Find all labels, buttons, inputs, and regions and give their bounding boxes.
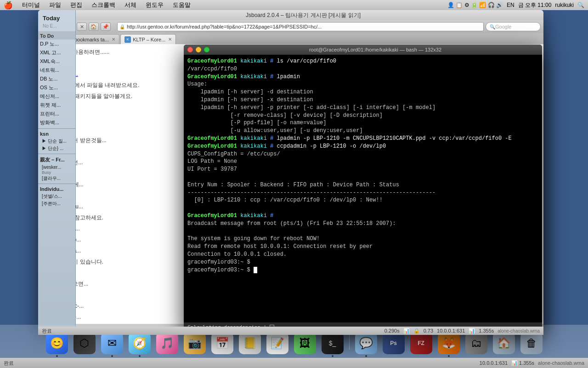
term-cmd-2: lpadmin bbox=[277, 74, 300, 80]
sidebar-indiv-item2[interactable]: [주른마... bbox=[38, 200, 75, 207]
term-line-4: GraceofmyLord01 kakikaki # ccpdadmin -p … bbox=[187, 143, 538, 150]
stop-button[interactable]: ✕ bbox=[77, 23, 87, 31]
menubar-help[interactable]: 도움말 bbox=[171, 1, 192, 9]
term-output-usage5: [-P ppd-file] [-o name=value] bbox=[187, 119, 538, 127]
terminal-window: root@GraceofmyLord01:/home/kakikaki — ba… bbox=[184, 45, 542, 332]
menubar-right: 👤 📋 ⚙ 🔋 📶 🎧 🔊 EN 금 오후 11:00 rukikuki 🔍 bbox=[447, 1, 584, 9]
term-host-4: kakikaki bbox=[240, 143, 267, 150]
terminal-body[interactable]: GraceofmyLord01 kakikaki # ls /var/ccpd/… bbox=[184, 55, 542, 322]
term-output-table-header: Entry Num : Spooler : Backend : FIFO pat… bbox=[187, 181, 538, 189]
audio-filename: alone-chaoslab.wma bbox=[498, 328, 540, 334]
browser-titlebar: Jsboard 2.0.4 – 팁/사용기 게시판 [게시물 읽기] bbox=[38, 10, 543, 20]
menubar-font[interactable]: 서체 bbox=[123, 1, 138, 9]
term-user-4: GraceofmyLord01 bbox=[187, 143, 237, 150]
tab-kltp[interactable]: K KLTP – Kore... ✕ bbox=[120, 34, 176, 44]
sidebar-friend-cloud[interactable]: [클라우... bbox=[38, 175, 75, 182]
home-button[interactable]: 🏠 bbox=[89, 23, 99, 31]
sidebar-item-widget[interactable]: 위젯 제... bbox=[38, 101, 75, 109]
search-bar[interactable]: 🔍 Google bbox=[486, 22, 541, 31]
menubar-edit[interactable]: 편집 bbox=[68, 1, 84, 9]
sidebar-group-ksn: ksn bbox=[38, 130, 75, 138]
textedit-icon: 📝 bbox=[271, 337, 284, 350]
search-icon[interactable]: 🔍 bbox=[577, 2, 584, 8]
sidebar-item-messenger[interactable]: 메신저... bbox=[38, 92, 75, 101]
sidebar-ksn-item2[interactable]: ▶ 단순} ... bbox=[38, 145, 75, 152]
terminal-minimize-button[interactable] bbox=[196, 47, 201, 52]
dock-dot-mail bbox=[111, 355, 113, 357]
sidebar-item-network[interactable]: 네트워... bbox=[38, 66, 75, 75]
sidebar-item-os[interactable]: OS 노... bbox=[38, 83, 75, 92]
sidebar-item-printer[interactable]: 프린터... bbox=[38, 109, 75, 118]
term-output-usage3: lpadmin [-h server] -p printer [-c add-c… bbox=[187, 104, 538, 112]
menubar: 🍎 터미널 파일 편집 스크롤백 서체 윈도우 도움말 👤 📋 ⚙ 🔋 📶 🎧 … bbox=[0, 0, 588, 10]
sidebar-ksn-item1[interactable]: ▶ 단순 질... bbox=[38, 138, 75, 145]
sidebar-item-xml2[interactable]: XML숙... bbox=[38, 57, 75, 66]
term-shell-prompt-1: graceofmylord03:~ $ bbox=[187, 259, 538, 266]
terminal-maximize-button[interactable] bbox=[204, 47, 209, 52]
term-output-usage4: [-r remove-class] [-v device] [-D descri… bbox=[187, 112, 538, 120]
ical-icon: 📅 bbox=[215, 337, 229, 350]
term-host-1: kakikaki bbox=[240, 58, 267, 64]
menubar-window[interactable]: 윈도우 bbox=[144, 1, 165, 9]
dashboard-icon: ⬡ bbox=[79, 337, 89, 350]
sidebar-item-xml1[interactable]: XML 고... bbox=[38, 48, 75, 57]
tab-close-kltp[interactable]: ✕ bbox=[168, 37, 172, 42]
os-status-right: 10.0.0.1:631 📊 1.355s alone-chaoslab.wma bbox=[480, 360, 584, 366]
terminal-icon: $_ bbox=[329, 339, 336, 347]
dock-dot-safari bbox=[139, 355, 141, 357]
sidebar-indiv-item1[interactable]: [셋별/스... bbox=[38, 193, 75, 200]
dock-dot-finder bbox=[56, 355, 58, 357]
menubar-scrollback[interactable]: 스크롤백 bbox=[90, 1, 117, 9]
os-status-item1: 10.0.0.1:631 bbox=[480, 360, 508, 366]
term-line-2: GraceofmyLord01 kakikaki # lpadmin bbox=[187, 73, 538, 81]
term-output-usage6: [-u allow:user,user] [-u deny:user,user] bbox=[187, 127, 538, 135]
term-output-separator: ----------------------------------------… bbox=[187, 189, 538, 197]
menubar-file[interactable]: 파일 bbox=[47, 1, 63, 9]
sidebar-item-firewall[interactable]: 방화벽... bbox=[38, 118, 75, 127]
term-output-blank2 bbox=[187, 204, 538, 212]
term-output-reboot: The system is going down for reboot NOW! bbox=[187, 235, 538, 243]
status-icon1: 📊 bbox=[403, 328, 410, 334]
term-line-5: GraceofmyLord01 kakikaki # bbox=[187, 212, 538, 220]
sidebar-item-dp[interactable]: D.P 노... bbox=[38, 44, 75, 48]
os-audio: alone-chaoslab.wma bbox=[538, 360, 584, 366]
term-cmd-1: ls /var/ccpd/fifo0 bbox=[277, 58, 336, 64]
term-output-log: LOG Path = None bbox=[187, 158, 538, 166]
tab-close-bookmarks[interactable]: ✕ bbox=[112, 37, 115, 42]
status-time1: 0.290s bbox=[384, 328, 400, 334]
sidebar-item-db[interactable]: DB 노... bbox=[38, 75, 75, 83]
preview-icon: 🖼 bbox=[300, 337, 311, 350]
term-cmd-4: ccpdadmin -p LBP-1210 -o /dev/lp0 bbox=[277, 143, 386, 150]
finder-icon: 😊 bbox=[50, 337, 64, 350]
os-status-text: 완료 bbox=[4, 360, 14, 367]
addressbook-icon: 📒 bbox=[243, 337, 257, 350]
home-folder-icon: 🏠 bbox=[497, 337, 511, 350]
term-line-1: GraceofmyLord01 kakikaki # ls /var/ccpd/… bbox=[187, 58, 538, 65]
term-output-ui: UI Port = 39787 bbox=[187, 166, 538, 173]
sidebar-group-individual: Individu... bbox=[38, 185, 75, 193]
itunes-icon: 🎵 bbox=[160, 337, 174, 350]
term-output-1: /var/ccpd/fifo0 bbox=[187, 65, 538, 73]
term-line-3: GraceofmyLord01 kakikaki # lpadmin -p LB… bbox=[187, 135, 538, 143]
terminal-titlebar: root@GraceofmyLord01:/home/kakikaki — ba… bbox=[184, 45, 542, 55]
terminal-close-button[interactable] bbox=[187, 47, 193, 52]
term-output-read: Read from remote host 10.0.0.1: Connecti… bbox=[187, 243, 538, 251]
status-icon2: 🔒 bbox=[413, 328, 420, 334]
sidebar-friend-wesker[interactable]: [wesker... bbox=[38, 164, 75, 170]
term-user-2: GraceofmyLord01 bbox=[187, 74, 237, 80]
bookmark-button[interactable]: 📌 bbox=[101, 23, 111, 31]
apple-menu[interactable]: 🍎 bbox=[4, 1, 13, 10]
term-user-5: GraceofmyLord01 bbox=[187, 213, 237, 219]
term-host-5: kakikaki bbox=[240, 213, 267, 219]
menubar-terminal[interactable]: 터미널 bbox=[20, 1, 42, 9]
terminal-title: root@GraceofmyLord01:/home/kakikaki — ba… bbox=[212, 47, 538, 52]
menubar-time: 금 오후 11:00 bbox=[518, 1, 552, 9]
address-bar[interactable]: 🔒 http://usr.gentoo.or.kr/forum/read.php… bbox=[117, 22, 484, 31]
term-host-2: kakikaki bbox=[240, 74, 267, 80]
dock-dot-adium bbox=[365, 355, 367, 357]
adium-icon: 💬 bbox=[359, 337, 373, 350]
menubar-icons: 👤 📋 ⚙ 🔋 📶 🎧 🔊 bbox=[447, 2, 503, 8]
trash-icon: 🗑 bbox=[526, 337, 537, 350]
safari-icon: 🧭 bbox=[133, 337, 147, 350]
tab-favicon-kltp: K bbox=[124, 36, 131, 43]
